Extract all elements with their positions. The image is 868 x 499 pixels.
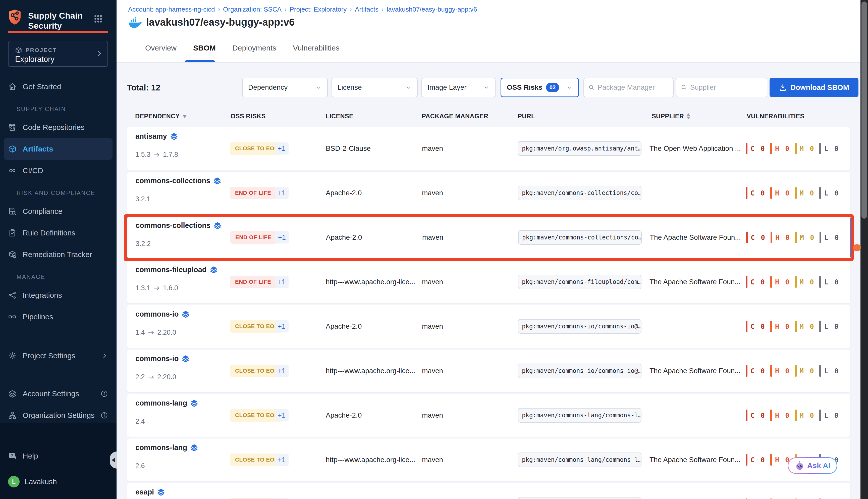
- breadcrumb-item[interactable]: Account: app-harness-ng-cicd: [128, 5, 215, 13]
- purl-value[interactable]: pkg:maven/commons-collections/co…: [518, 230, 642, 245]
- severity-bar: [795, 187, 797, 199]
- vuln-count-c: C 0: [746, 365, 766, 377]
- package-manager-cell: maven: [422, 367, 443, 375]
- chevron-right-icon: [96, 50, 103, 57]
- severity-bar: [746, 143, 747, 154]
- vuln-count-m: M 0: [795, 232, 815, 243]
- scrollbar-thumb[interactable]: [861, 1, 867, 219]
- package-manager-search[interactable]: [583, 78, 673, 97]
- avatar[interactable]: L: [8, 476, 20, 487]
- purl-value[interactable]: pkg:maven/commons-lang/commons-l…: [518, 408, 642, 423]
- more-risks-chip[interactable]: +1: [275, 454, 288, 466]
- sidebar-item-help[interactable]: ? Help: [4, 445, 112, 467]
- tab-sbom[interactable]: SBOM: [193, 42, 216, 54]
- license-cell: http---www.apache.org-lice...: [326, 367, 415, 375]
- breadcrumb-item[interactable]: lavakush07/easy-buggy-app:v6: [387, 5, 477, 13]
- project-selector[interactable]: PROJECT Exploratory: [8, 41, 108, 67]
- severity-bar: [771, 232, 772, 243]
- more-risks-chip[interactable]: +1: [275, 409, 288, 421]
- sidebar-item-remediation-tracker[interactable]: Remediation Tracker: [4, 244, 112, 265]
- breadcrumb-separator: ›: [285, 5, 287, 13]
- table-row[interactable]: commons-fileupload 1.3.1 1.6.0 END OF LI…: [127, 260, 851, 304]
- supplier-search-input[interactable]: [690, 83, 762, 92]
- sidebar-item-code-repositories[interactable]: Code Repositories: [4, 117, 112, 138]
- vuln-count-c: C 0: [746, 276, 766, 288]
- breadcrumb-item[interactable]: Organization: SSCA: [223, 5, 282, 13]
- purl-value[interactable]: pkg:maven/org.owasp.esapi/esapi@…: [518, 497, 642, 499]
- help-chat-icon: ?: [8, 452, 16, 460]
- collapse-arrow-icon: [112, 458, 115, 462]
- table-row[interactable]: commons-lang 2.6 CLOSE TO EOL +1 http---…: [127, 438, 851, 482]
- sidebar-item-account-settings[interactable]: Account Settings: [4, 383, 112, 404]
- purl-value[interactable]: pkg:maven/commons-io/commons-io@…: [518, 364, 642, 378]
- search-icon: [681, 84, 687, 91]
- table-row[interactable]: esapi END OF LIFE +1 BSD-Creative Common…: [127, 483, 851, 499]
- column-header-oss-risks: OSS RISKS: [231, 112, 266, 120]
- purl-value[interactable]: pkg:maven/org.owasp.antisamy/ant…: [518, 141, 642, 156]
- purl-value[interactable]: pkg:maven/commons-fileupload/com…: [518, 275, 642, 289]
- more-risks-chip[interactable]: +1: [275, 231, 289, 243]
- column-header-supplier[interactable]: SUPPLIER: [652, 112, 691, 120]
- table-row[interactable]: commons-io 2.2 2.20.0 CLOSE TO EOL +1 ht…: [127, 349, 851, 392]
- tab-deployments[interactable]: Deployments: [232, 42, 277, 54]
- severity-bar: [795, 276, 797, 288]
- dependency-filter-dropdown[interactable]: Dependency: [242, 78, 328, 97]
- arrow-right-icon: [153, 153, 160, 157]
- version-range: 2.6: [135, 462, 145, 470]
- sidebar-item-compliance[interactable]: Compliance: [4, 200, 112, 222]
- table-row[interactable]: commons-collections 3.2.1 END OF LIFE +1…: [127, 171, 851, 215]
- version-from: 2.6: [135, 462, 145, 470]
- table-row[interactable]: antisamy 1.5.3 1.7.8 CLOSE TO EOL +1 BSD…: [127, 127, 851, 170]
- dependency-name: commons-fileupload: [135, 266, 207, 274]
- license-filter-dropdown[interactable]: License: [332, 78, 418, 97]
- purl-value[interactable]: pkg:maven/commons-io/commons-io@…: [518, 319, 642, 334]
- package-manager-cell: maven: [422, 411, 443, 419]
- tab-vulnerabilities[interactable]: Vulnerabilities: [292, 42, 340, 54]
- sidebar-item-project-settings[interactable]: Project Settings: [4, 345, 112, 367]
- purl-value[interactable]: pkg:maven/commons-lang/commons-l…: [518, 452, 642, 467]
- breadcrumb-item[interactable]: Project: Exploratory: [289, 5, 347, 13]
- more-risks-chip[interactable]: +1: [275, 187, 288, 199]
- sidebar-item-get-started[interactable]: Get Started: [4, 76, 112, 97]
- ask-ai-button[interactable]: Ask AI: [788, 457, 838, 474]
- tab-overview[interactable]: Overview: [145, 42, 177, 54]
- app-grid-icon[interactable]: [94, 14, 103, 24]
- total-count: Total: 12: [127, 83, 160, 93]
- repo-icon: [8, 123, 16, 132]
- layers-icon: [213, 177, 221, 185]
- purl-value[interactable]: pkg:maven/commons-collections/co…: [518, 186, 642, 200]
- layers-icon: [170, 132, 178, 141]
- severity-bar: [746, 454, 747, 465]
- page-scrollbar[interactable]: [860, 0, 868, 499]
- severity-bar: [746, 320, 747, 332]
- table-row[interactable]: commons-collections 3.2.2 END OF LIFE +1…: [127, 216, 851, 259]
- more-risks-chip[interactable]: +1: [275, 320, 288, 332]
- arrow-right-icon: [153, 286, 160, 291]
- oss-risks-filter-dropdown[interactable]: OSS Risks 02: [500, 78, 579, 97]
- supplier-search[interactable]: [676, 78, 767, 97]
- table-row[interactable]: commons-io 1.4 2.20.0 CLOSE TO EOL +1 Ap…: [127, 305, 851, 348]
- sidebar-item-ci-cd[interactable]: CI/CD: [4, 160, 112, 181]
- sidebar-item-artifacts[interactable]: Artifacts: [4, 138, 112, 160]
- sidebar-item-rule-definitions[interactable]: Rule Definitions: [4, 222, 112, 244]
- user-menu[interactable]: L Lavakush: [8, 476, 57, 487]
- version-range: 1.5.3 1.7.8: [135, 151, 178, 159]
- table-row[interactable]: commons-lang 2.4 CLOSE TO EOL +1 Apache-…: [127, 394, 851, 437]
- sidebar-item-organization-settings[interactable]: Organization Settings: [4, 404, 112, 426]
- more-risks-chip[interactable]: +1: [275, 276, 288, 288]
- more-risks-chip[interactable]: +1: [275, 365, 288, 377]
- sidebar-item-integrations[interactable]: Integrations: [4, 284, 112, 306]
- column-header-dependency[interactable]: DEPENDENCY: [135, 112, 187, 120]
- org-icon: [8, 411, 16, 419]
- package-manager-search-input[interactable]: [598, 83, 669, 92]
- supplier-cell: The Apache Software Foun...: [649, 367, 745, 375]
- breadcrumb-item[interactable]: Artifacts: [355, 5, 379, 13]
- version-from: 3.2.1: [135, 195, 150, 203]
- severity-bar: [795, 365, 797, 377]
- chevron-down-icon: [483, 84, 489, 91]
- download-sbom-button[interactable]: Download SBOM: [770, 78, 858, 97]
- breadcrumb-separator: ›: [218, 5, 220, 13]
- image-layer-filter-dropdown[interactable]: Image Layer: [421, 78, 496, 97]
- more-risks-chip[interactable]: +1: [275, 143, 288, 155]
- sidebar-item-pipelines[interactable]: Pipelines: [4, 306, 112, 328]
